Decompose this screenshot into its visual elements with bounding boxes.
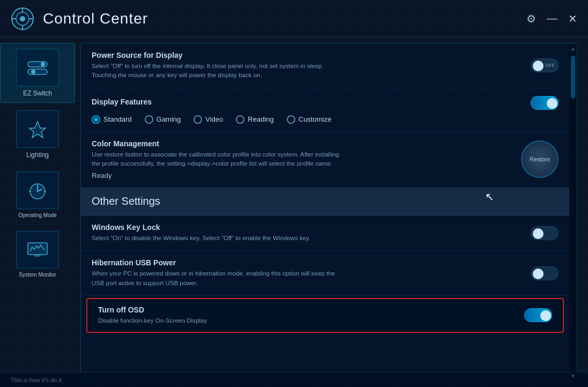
- power-source-row: Power Source for Display Select "Off" to…: [92, 51, 559, 80]
- titlebar: Control Center ⚙ — ✕: [0, 0, 588, 38]
- radio-reading-label: Reading: [248, 115, 273, 123]
- radio-customize-circle: [287, 115, 295, 124]
- restore-button[interactable]: Restore: [521, 140, 559, 178]
- sidebar-item-system-monitor[interactable]: System Monitor: [0, 226, 75, 283]
- radio-video-label: Video: [205, 115, 223, 123]
- turn-off-osd-row: Turn off OSD Disable function-key On-Scr…: [98, 306, 552, 325]
- minimize-button[interactable]: —: [547, 12, 557, 25]
- turn-off-osd-toggle[interactable]: [524, 308, 552, 322]
- turn-off-osd-section: Turn off OSD Disable function-key On-Scr…: [86, 298, 564, 333]
- radio-gaming-circle: [145, 115, 153, 124]
- scroll-down-arrow[interactable]: ▼: [570, 373, 576, 379]
- scrollbar[interactable]: ▲ ▼: [569, 43, 577, 381]
- hibernation-usb-row: Hibernation USB Power When your PC is po…: [92, 258, 559, 288]
- sidebar-label-operating-mode: Operating Mode: [18, 212, 57, 218]
- color-management-desc: Use restore button to associate the cali…: [92, 150, 521, 169]
- sidebar: EZ Switch Lighting Operating Mode: [0, 38, 75, 387]
- power-source-toggle-label: OFF: [545, 63, 555, 68]
- app-title: Control Center: [43, 10, 148, 27]
- bottom-bar: This is how it's do it: [0, 372, 588, 387]
- power-source-toggle-knob: [533, 61, 544, 71]
- scroll-up-arrow[interactable]: ▲: [570, 46, 576, 51]
- windows-key-lock-title: Windows Key Lock: [92, 223, 531, 232]
- radio-standard[interactable]: Standard: [92, 115, 132, 124]
- content-area: ▲ ▼ Power Source for Display Select "Off…: [75, 38, 588, 387]
- color-management-section: Color Management Use restore button to a…: [81, 132, 569, 188]
- display-features-section: Display Features Standard G: [81, 88, 569, 132]
- main-layout: EZ Switch Lighting Operating Mode: [0, 38, 588, 387]
- hibernation-usb-desc: When your PC is powered down or in hiber…: [92, 269, 531, 288]
- svg-rect-15: [28, 243, 47, 255]
- content-scroll[interactable]: Power Source for Display Select "Off" to…: [81, 43, 577, 381]
- window-controls: ⚙ — ✕: [526, 12, 577, 25]
- hibernation-usb-knob: [533, 269, 544, 279]
- turn-off-osd-info: Turn off OSD Disable function-key On-Scr…: [98, 306, 524, 325]
- radio-customize-label: Customize: [299, 115, 331, 123]
- other-settings-label: Other Settings: [92, 195, 160, 207]
- close-button[interactable]: ✕: [568, 12, 577, 25]
- radio-video-circle: [193, 115, 202, 124]
- svg-point-2: [20, 16, 25, 21]
- turn-off-osd-desc: Disable function-key On-Screen Display: [98, 316, 524, 325]
- windows-key-lock-knob: [533, 228, 544, 239]
- radio-standard-dot: [94, 117, 98, 122]
- app-logo: [11, 7, 34, 31]
- windows-key-lock-info: Windows Key Lock Select "On" to disable …: [92, 223, 531, 243]
- svg-rect-9: [28, 69, 47, 75]
- svg-marker-11: [29, 122, 46, 138]
- radio-customize[interactable]: Customize: [287, 115, 331, 124]
- sidebar-label-lighting: Lighting: [26, 151, 49, 159]
- other-settings-header: Other Settings: [81, 188, 569, 215]
- svg-point-10: [31, 70, 35, 74]
- sidebar-item-operating-mode[interactable]: Operating Mode: [0, 166, 75, 224]
- bottom-text: This is how it's do it: [11, 377, 62, 383]
- power-source-info: Power Source for Display Select "Off" to…: [92, 51, 531, 80]
- system-monitor-icon: [16, 231, 59, 269]
- radio-gaming[interactable]: Gaming: [145, 115, 181, 124]
- sidebar-label-ez-switch: EZ Switch: [23, 90, 52, 97]
- display-mode-radio-group: Standard Gaming Video Reading: [92, 115, 559, 124]
- sidebar-item-lighting[interactable]: Lighting: [0, 105, 75, 164]
- windows-key-lock-desc: Select "On" to disable the Windows key. …: [92, 234, 531, 243]
- radio-video[interactable]: Video: [193, 115, 223, 124]
- color-management-row: Color Management Use restore button to a…: [92, 139, 559, 180]
- settings-button[interactable]: ⚙: [526, 12, 536, 25]
- color-management-status: Ready: [92, 172, 521, 180]
- restore-label: Restore: [530, 156, 550, 162]
- radio-reading-circle: [236, 115, 244, 124]
- radio-gaming-label: Gaming: [157, 115, 181, 123]
- display-features-toggle-knob: [547, 98, 557, 109]
- display-features-toggle[interactable]: [531, 96, 559, 110]
- power-source-desc: Select "Off" to turn off the internal di…: [92, 62, 531, 80]
- hibernation-usb-toggle[interactable]: [531, 266, 559, 280]
- scroll-thumb[interactable]: [571, 56, 575, 99]
- sidebar-item-ez-switch[interactable]: EZ Switch: [0, 43, 75, 103]
- radio-standard-circle: [92, 115, 100, 124]
- radio-standard-label: Standard: [103, 115, 132, 123]
- power-source-title: Power Source for Display: [92, 51, 531, 59]
- content-panel: ▲ ▼ Power Source for Display Select "Off…: [80, 43, 577, 382]
- display-features-title: Display Features: [92, 98, 531, 106]
- power-source-toggle[interactable]: OFF: [531, 58, 559, 72]
- lighting-icon: [16, 110, 59, 148]
- windows-key-lock-section: Windows Key Lock Select "On" to disable …: [81, 215, 569, 251]
- svg-point-8: [41, 62, 45, 66]
- power-source-section: Power Source for Display Select "Off" to…: [81, 43, 569, 88]
- windows-key-lock-toggle[interactable]: [531, 226, 559, 240]
- display-features-info: Display Features: [92, 98, 531, 108]
- ez-switch-icon: [16, 49, 59, 86]
- sidebar-label-system-monitor: System Monitor: [19, 272, 56, 278]
- windows-key-lock-row: Windows Key Lock Select "On" to disable …: [92, 223, 559, 243]
- display-features-row: Display Features: [92, 96, 559, 110]
- hibernation-usb-info: Hibernation USB Power When your PC is po…: [92, 258, 531, 288]
- hibernation-usb-title: Hibernation USB Power: [92, 258, 531, 267]
- hibernation-usb-section: Hibernation USB Power When your PC is po…: [81, 251, 569, 296]
- color-management-info: Color Management Use restore button to a…: [92, 139, 521, 180]
- operating-mode-icon: [16, 172, 59, 209]
- color-management-title: Color Management: [92, 139, 521, 148]
- turn-off-osd-knob: [540, 310, 551, 321]
- turn-off-osd-title: Turn off OSD: [98, 306, 524, 314]
- svg-rect-16: [34, 255, 41, 257]
- radio-reading[interactable]: Reading: [236, 115, 273, 124]
